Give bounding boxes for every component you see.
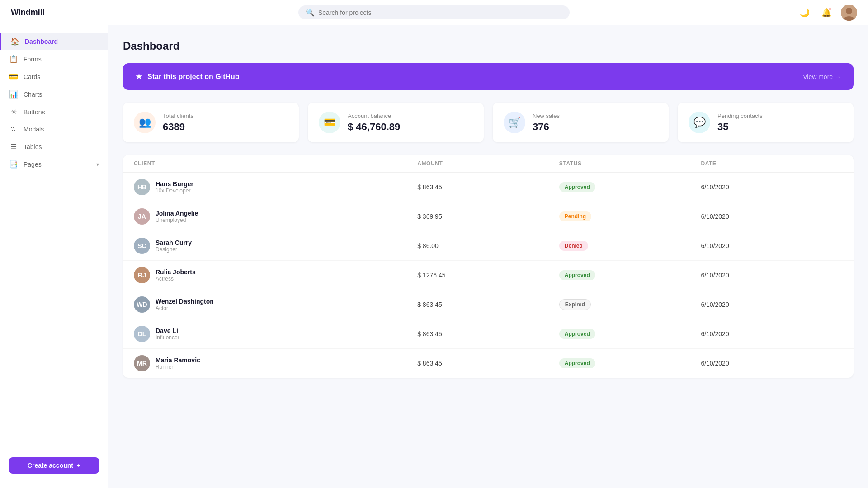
client-name-4: Rulia Joberts [156, 268, 196, 276]
status-cell-1: Approved [559, 182, 701, 192]
github-banner[interactable]: ★ Star this project on GitHub View more … [123, 63, 854, 90]
sidebar-label-pages: Pages [24, 161, 42, 168]
table-row: HB Hans Burger 10x Developer $ 863.45 Ap… [123, 173, 854, 202]
client-cell-2: JA Jolina Angelie Unemployed [134, 208, 417, 225]
sidebar-item-cards[interactable]: 💳 Cards [0, 68, 108, 85]
client-avatar-4: RJ [134, 267, 150, 283]
forms-icon: 📋 [9, 55, 18, 63]
pending-contacts-label: Pending contacts [717, 113, 763, 119]
stat-card-total-clients: 👥 Total clients 6389 [123, 103, 299, 142]
client-cell-4: RJ Rulia Joberts Actress [134, 267, 417, 283]
client-name-3: Sarah Curry [156, 239, 192, 246]
status-cell-3: Denied [559, 241, 701, 251]
tables-icon: ☰ [9, 142, 18, 151]
sidebar-item-tables[interactable]: ☰ Tables [0, 138, 108, 155]
search-icon: 🔍 [306, 8, 315, 17]
sidebar-item-buttons[interactable]: ✳ Buttons [0, 103, 108, 121]
total-clients-label: Total clients [163, 113, 193, 119]
sidebar-item-modals[interactable]: 🗂 Modals [0, 121, 108, 138]
table-header-client: CLIENT [134, 160, 417, 167]
banner-view-more-link[interactable]: View more → [803, 73, 841, 80]
sidebar-label-buttons: Buttons [24, 108, 45, 116]
user-avatar-button[interactable] [841, 5, 857, 21]
page-title: Dashboard [123, 40, 854, 52]
status-cell-7: Approved [559, 358, 701, 368]
main-content: Dashboard ★ Star this project on GitHub … [108, 25, 868, 488]
header-actions: 🌙 🔔 [749, 5, 857, 21]
sidebar-label-cards: Cards [24, 73, 40, 80]
client-avatar-6: DL [134, 326, 150, 342]
client-cell-5: WD Wenzel Dashington Actor [134, 296, 417, 313]
amount-cell-3: $ 86.00 [417, 242, 559, 249]
new-sales-label: New sales [533, 113, 560, 119]
theme-toggle-button[interactable]: 🌙 [797, 5, 812, 20]
client-role-3: Designer [156, 246, 192, 253]
status-badge-6: Approved [559, 329, 595, 339]
client-name-2: Jolina Angelie [156, 210, 198, 217]
client-avatar-1: HB [134, 179, 150, 195]
status-cell-2: Pending [559, 211, 701, 221]
search-bar[interactable]: 🔍 [298, 5, 570, 19]
date-cell-7: 6/10/2020 [701, 360, 843, 367]
sidebar-item-pages[interactable]: 📑 Pages ▾ [0, 155, 108, 173]
client-role-7: Runner [156, 364, 200, 370]
sidebar-label-forms: Forms [24, 56, 42, 63]
sidebar-bottom: Create account + [0, 450, 108, 481]
new-sales-icon: 🛒 [504, 112, 525, 133]
client-name-7: Maria Ramovic [156, 357, 200, 364]
dashboard-icon: 🏠 [10, 37, 19, 46]
account-balance-value: $ 46,760.89 [348, 121, 400, 133]
pending-contacts-value: 35 [717, 121, 763, 133]
table-row: RJ Rulia Joberts Actress $ 1276.45 Appro… [123, 261, 854, 290]
client-avatar-7: MR [134, 355, 150, 371]
app-header: Windmill 🔍 🌙 🔔 [0, 0, 868, 25]
account-balance-icon: 💳 [319, 112, 340, 133]
app-logo: Windmill [11, 8, 119, 17]
table-header-status: STATUS [559, 160, 701, 167]
banner-text-group: ★ Star this project on GitHub [136, 72, 240, 81]
date-cell-1: 6/10/2020 [701, 183, 843, 191]
pending-contacts-icon: 💬 [689, 112, 710, 133]
client-name-1: Hans Burger [156, 180, 193, 188]
search-input[interactable] [318, 9, 562, 16]
client-role-1: 10x Developer [156, 188, 193, 194]
pages-icon: 📑 [9, 160, 18, 169]
account-balance-info: Account balance $ 46,760.89 [348, 113, 400, 133]
table-row: MR Maria Ramovic Runner $ 863.45 Approve… [123, 349, 854, 378]
stat-card-new-sales: 🛒 New sales 376 [493, 103, 669, 142]
status-cell-4: Approved [559, 270, 701, 280]
date-cell-5: 6/10/2020 [701, 301, 843, 308]
status-badge-4: Approved [559, 270, 595, 280]
date-cell-3: 6/10/2020 [701, 242, 843, 249]
sidebar-item-charts[interactable]: 📊 Charts [0, 85, 108, 103]
client-avatar-2: JA [134, 208, 150, 225]
amount-cell-5: $ 863.45 [417, 301, 559, 308]
moon-icon: 🌙 [800, 8, 810, 18]
notifications-button[interactable]: 🔔 [819, 5, 834, 20]
cards-icon: 💳 [9, 72, 18, 81]
plus-icon: + [77, 462, 80, 469]
client-name-5: Wenzel Dashington [156, 298, 214, 305]
create-account-button[interactable]: Create account + [9, 457, 99, 474]
client-cell-7: MR Maria Ramovic Runner [134, 355, 417, 371]
modals-icon: 🗂 [9, 125, 18, 133]
client-cell-1: HB Hans Burger 10x Developer [134, 179, 417, 195]
status-badge-3: Denied [559, 241, 588, 251]
client-cell-6: DL Dave Li Influencer [134, 326, 417, 342]
sidebar-label-tables: Tables [24, 143, 42, 150]
client-avatar-5: WD [134, 296, 150, 313]
stats-grid: 👥 Total clients 6389 💳 Account balance $… [123, 103, 854, 142]
sidebar: 🏠 Dashboard 📋 Forms 💳 Cards 📊 Charts ✳ B… [0, 25, 108, 488]
new-sales-info: New sales 376 [533, 113, 560, 133]
new-sales-value: 376 [533, 121, 560, 133]
date-cell-6: 6/10/2020 [701, 330, 843, 338]
amount-cell-7: $ 863.45 [417, 360, 559, 367]
sidebar-item-dashboard[interactable]: 🏠 Dashboard [0, 33, 108, 50]
sidebar-item-forms[interactable]: 📋 Forms [0, 50, 108, 68]
banner-text: Star this project on GitHub [147, 73, 240, 81]
total-clients-value: 6389 [163, 121, 193, 133]
client-cell-3: SC Sarah Curry Designer [134, 238, 417, 254]
amount-cell-1: $ 863.45 [417, 183, 559, 191]
total-clients-icon: 👥 [134, 112, 156, 133]
table-row: SC Sarah Curry Designer $ 86.00 Denied 6… [123, 231, 854, 261]
